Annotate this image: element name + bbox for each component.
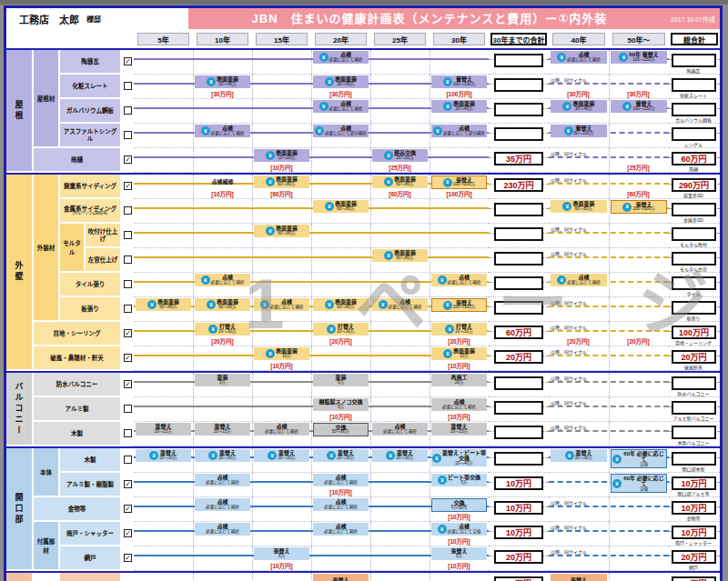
- column-separator: [193, 573, 194, 581]
- badge-text: 点検必要に応じて補修: [389, 299, 422, 309]
- material-checkbox[interactable]: ✓: [124, 155, 132, 164]
- maintenance-table: 屋根屋根材陶器瓦✓¥点検必要に応じて補修¥点検必要に応じて補修¥60年 葺替え1…: [6, 48, 720, 581]
- cycle-note: 以降、同サイクル: [551, 499, 587, 506]
- yen-circle-icon: ¥: [438, 275, 447, 285]
- maintenance-badge: ¥打替え20～30万: [195, 323, 250, 336]
- column-separator: [311, 473, 312, 496]
- maintenance-badge: 交換50～80万: [313, 423, 369, 436]
- material-checkbox[interactable]: [124, 456, 132, 464]
- material-checkbox[interactable]: ✓: [124, 380, 132, 388]
- cost-amount-label: [100万円]: [431, 189, 487, 198]
- grand-total-box: 10万円: [672, 526, 716, 539]
- maintenance-badge: ¥ビート等交換5万: [431, 474, 487, 486]
- cost-amount-label: [10万円]: [254, 361, 309, 370]
- column-separator: [609, 397, 610, 421]
- cost-amount-label: [30万円]: [551, 89, 606, 98]
- material-checkbox[interactable]: ✓: [124, 182, 132, 190]
- material-label-text: 左官仕上げ: [88, 256, 118, 263]
- maintenance-badge: ¥60年 必要に応じて交換: [611, 474, 667, 493]
- maintenance-badge: 点検必要に応じて補修: [431, 398, 487, 411]
- group-label: 外装材: [34, 175, 60, 322]
- sum30-cell: [489, 199, 549, 224]
- material-checkbox[interactable]: ✓: [124, 529, 132, 537]
- material-checkbox[interactable]: [124, 280, 132, 288]
- column-separator: [430, 573, 430, 581]
- column-separator: [252, 373, 253, 396]
- material-checkbox[interactable]: ✓: [124, 329, 132, 337]
- yen-circle-icon: ¥: [386, 451, 395, 460]
- column-separator: [311, 422, 312, 446]
- column-separator: [311, 199, 312, 223]
- column-separator: [609, 322, 610, 346]
- material-checkbox[interactable]: [124, 231, 132, 239]
- checkbox-cell: [122, 199, 134, 224]
- material-checkbox[interactable]: [124, 106, 132, 115]
- column-separator: [430, 422, 430, 446]
- subtotal-30yr-box: 35万円: [494, 152, 543, 165]
- column-separator: [609, 473, 610, 496]
- maintenance-badge: ¥点検必要に応じて補修: [313, 100, 369, 113]
- yen-circle-icon: ¥: [443, 102, 452, 111]
- material-checkbox[interactable]: ✓: [124, 480, 132, 488]
- column-separator: [193, 148, 194, 172]
- badge-detail: 必要に応じて補修: [329, 107, 363, 112]
- column-separator: [193, 99, 194, 123]
- column-separator: [252, 448, 253, 472]
- sum30-cell: 10万円: [489, 522, 549, 546]
- material-checkbox[interactable]: [124, 82, 132, 90]
- badge-detail: 必要に応じて補修: [383, 430, 417, 435]
- maintenance-badge: ¥点検必要に応じて補修: [195, 125, 250, 137]
- badge-text: 点検必要に応じて補修: [329, 101, 363, 111]
- yen-circle-icon: ¥: [379, 300, 388, 309]
- badge-text: 塗替え10～15万: [450, 424, 468, 434]
- subtotal-30yr-box: [494, 54, 543, 67]
- total-cell: 10万円雨戸・シャッター: [669, 522, 720, 546]
- sum30-cell: [489, 248, 549, 273]
- subtotal-30yr-box: [494, 376, 543, 390]
- column-separator: [252, 522, 253, 546]
- column-separator: [430, 397, 430, 421]
- material-checkbox[interactable]: [124, 255, 132, 264]
- timeline-line-dashed: [549, 306, 669, 307]
- subtotal-30yr-box: 10万円: [494, 576, 543, 581]
- badge-text: 張替え5万: [273, 548, 289, 558]
- column-separator: [252, 297, 253, 321]
- yen-circle-icon: ¥: [315, 126, 324, 135]
- after-timeline-cell: 以降、同サイクル[60万円]: [549, 175, 669, 199]
- column-separator: [252, 199, 253, 223]
- grand-total-box: [672, 276, 716, 290]
- row-right-label: 網戸: [669, 564, 718, 570]
- yen-circle-icon: ¥: [443, 77, 452, 86]
- column-separator: [370, 322, 371, 346]
- cost-amount-label: [30万円]: [313, 89, 369, 98]
- material-checkbox[interactable]: [124, 305, 132, 313]
- material-checkbox[interactable]: [124, 429, 132, 437]
- maintenance-badge: ¥表面塗装60～80万: [136, 298, 191, 311]
- column-separator: [193, 199, 194, 223]
- material-checkbox[interactable]: ✓: [124, 505, 132, 513]
- material-checkbox[interactable]: ✓: [124, 554, 132, 562]
- yen-circle-icon: ¥: [327, 325, 336, 334]
- material-checkbox[interactable]: [124, 131, 132, 139]
- badge-detail: 20～30万: [278, 456, 295, 461]
- row-right-label: 板張り: [669, 315, 718, 321]
- material-checkbox[interactable]: [124, 405, 132, 413]
- maintenance-badge: 張替え5万: [254, 547, 309, 560]
- grand-total-box: [672, 426, 716, 439]
- badge-text: 表面塗装60～80万: [335, 299, 357, 309]
- maintenance-badge: ¥点検必要に応じて補修: [372, 298, 428, 311]
- column-separator: [370, 273, 371, 296]
- grand-total-box: 10万円: [672, 476, 716, 490]
- yen-circle-icon: ¥: [201, 275, 210, 285]
- maintenance-badge: ¥表面塗装30～40万: [195, 75, 250, 88]
- after-timeline-cell: ¥表面塗装30～40万¥葺替え100～150万: [549, 99, 669, 124]
- material-label-text: アルミ製・樹脂製: [66, 481, 114, 487]
- grand-total-box: [672, 127, 716, 141]
- badge-detail: 20～30万: [455, 330, 472, 335]
- material-checkbox[interactable]: ✓: [124, 354, 132, 362]
- material-checkbox[interactable]: [124, 206, 132, 215]
- badge-title: 点検補修: [211, 179, 233, 185]
- grand-total-column-header: 総合計: [671, 33, 718, 45]
- material-checkbox[interactable]: ✓: [124, 57, 132, 65]
- timeline-cell: 張替え5万[10万円]張替え5万[10万円]: [134, 546, 489, 571]
